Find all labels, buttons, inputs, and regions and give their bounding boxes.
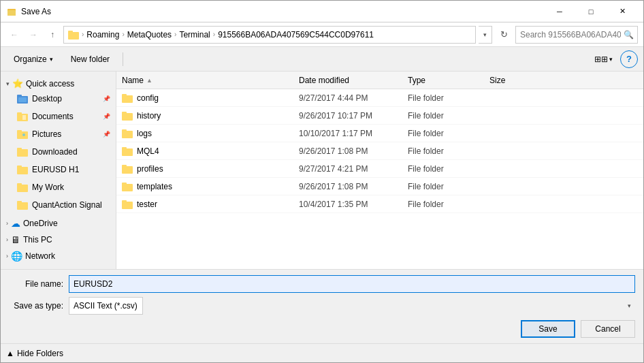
- onedrive-item[interactable]: › ☁ OneDrive: [1, 214, 116, 230]
- dialog-title: Save As: [21, 7, 544, 16]
- pictures-folder-icon: [17, 129, 28, 140]
- back-button[interactable]: ←: [6, 27, 22, 43]
- row-folder-icon: [122, 199, 133, 210]
- table-row[interactable]: templates 9/26/2017 1:08 PM File folder: [116, 178, 643, 195]
- col-header-type[interactable]: Type: [408, 76, 489, 85]
- cancel-button[interactable]: Cancel: [581, 320, 635, 338]
- file-name-cell: tester: [122, 199, 299, 210]
- sidebar-item-eurusd[interactable]: EURUSD H1: [1, 161, 116, 178]
- col-header-name[interactable]: Name ▲: [122, 76, 299, 85]
- file-name-cell: MQL4: [122, 146, 299, 157]
- svg-rect-20: [17, 201, 22, 204]
- window-controls: ─ □ ✕: [544, 1, 638, 22]
- sidebar-item-label: EURUSD H1: [32, 165, 79, 174]
- action-buttons: Save Cancel: [9, 320, 635, 338]
- file-type-cell: File folder: [408, 129, 489, 138]
- main-content: ▾ ⭐ Quick access Desktop 📌 Do: [1, 72, 643, 269]
- sidebar-item-desktop[interactable]: Desktop 📌: [1, 90, 116, 108]
- svg-rect-11: [17, 130, 22, 133]
- file-date-cell: 9/26/2017 1:08 PM: [299, 182, 408, 191]
- file-date-cell: 10/10/2017 1:17 PM: [299, 129, 408, 138]
- address-path[interactable]: › Roaming › MetaQuotes › Terminal › 9155…: [63, 26, 476, 44]
- close-button[interactable]: ✕: [607, 1, 638, 22]
- path-roaming: Roaming: [86, 30, 119, 40]
- table-row[interactable]: MQL4 9/26/2017 1:08 PM File folder: [116, 142, 643, 160]
- path-metaquotes: MetaQuotes: [127, 30, 172, 40]
- thispc-label: This PC: [23, 235, 52, 244]
- file-date-cell: 9/26/2017 1:08 PM: [299, 146, 408, 156]
- thispc-item[interactable]: › 🖥 This PC: [1, 230, 116, 247]
- toolbar: Organize ▾ New folder ⊞⊞ ▾ ?: [1, 47, 643, 72]
- hide-folders-bar: ▲ Hide Folders: [1, 343, 643, 362]
- hide-folders-button[interactable]: ▲ Hide Folders: [6, 349, 63, 358]
- table-row[interactable]: config 9/27/2017 4:44 PM File folder: [116, 89, 643, 107]
- help-button[interactable]: ?: [620, 50, 638, 68]
- search-input[interactable]: [515, 26, 638, 44]
- svg-rect-28: [122, 147, 127, 150]
- svg-rect-8: [17, 112, 22, 115]
- sidebar-item-pictures[interactable]: Pictures 📌: [1, 125, 116, 143]
- file-name-input[interactable]: [69, 275, 635, 293]
- quick-access-header[interactable]: ▾ ⭐ Quick access: [1, 74, 116, 90]
- sidebar: ▾ ⭐ Quick access Desktop 📌 Do: [1, 72, 116, 269]
- search-wrapper: 🔍: [515, 26, 638, 44]
- svg-rect-5: [17, 95, 22, 97]
- file-type-cell: File folder: [408, 200, 489, 209]
- col-header-size[interactable]: Size: [489, 76, 544, 85]
- sidebar-item-documents[interactable]: Documents 📌: [1, 108, 116, 125]
- file-type-row: Save as type: ASCII Text (*.csv) ▾: [9, 297, 635, 315]
- mywork-folder-icon: [17, 182, 28, 193]
- pin-icon: 📌: [103, 113, 110, 120]
- file-date-cell: 9/26/2017 10:17 PM: [299, 111, 408, 121]
- file-type-select[interactable]: ASCII Text (*.csv): [69, 297, 143, 315]
- address-dropdown-arrow[interactable]: ▾: [479, 26, 492, 44]
- table-row[interactable]: history 9/26/2017 10:17 PM File folder: [116, 107, 643, 125]
- eurusd-folder-icon: [17, 164, 28, 175]
- table-row[interactable]: tester 10/4/2017 1:35 PM File folder: [116, 195, 643, 213]
- svg-marker-9: [22, 115, 26, 120]
- sidebar-item-label: Downloaded: [32, 147, 78, 157]
- refresh-button[interactable]: ↻: [495, 26, 513, 44]
- sidebar-item-downloaded[interactable]: Downloaded: [1, 143, 116, 161]
- bottom-bar: File name: Save as type: ASCII Text (*.c…: [1, 269, 643, 343]
- file-type-cell: File folder: [408, 93, 489, 103]
- svg-rect-34: [122, 200, 127, 203]
- file-type-select-wrapper: ASCII Text (*.csv) ▾: [69, 297, 635, 315]
- toolbar-separator: [123, 52, 123, 66]
- new-folder-button[interactable]: New folder: [63, 50, 117, 68]
- sidebar-item-quantaction[interactable]: QuantAction Signal: [1, 196, 116, 214]
- row-folder-icon: [122, 128, 133, 139]
- col-header-date[interactable]: Date modified: [299, 76, 408, 85]
- view-button[interactable]: ⊞⊞ ▾: [590, 50, 617, 68]
- svg-rect-3: [68, 31, 73, 33]
- desktop-folder-icon: [17, 93, 28, 104]
- row-folder-icon: [122, 181, 133, 192]
- documents-folder-icon: [17, 111, 28, 122]
- file-type-cell: File folder: [408, 111, 489, 121]
- up-button[interactable]: ↑: [44, 27, 61, 43]
- address-bar: ← → ↑ › Roaming › MetaQuotes › Terminal …: [1, 22, 643, 47]
- file-type-cell: File folder: [408, 164, 489, 174]
- file-name-cell: config: [122, 93, 299, 104]
- save-button[interactable]: Save: [521, 320, 575, 338]
- maximize-button[interactable]: □: [575, 1, 607, 22]
- file-date-cell: 10/4/2017 1:35 PM: [299, 200, 408, 209]
- sidebar-item-label: My Work: [32, 183, 64, 192]
- file-type-cell: File folder: [408, 146, 489, 156]
- network-item[interactable]: › 🌐 Network: [1, 247, 116, 263]
- quantaction-folder-icon: [17, 200, 28, 210]
- sidebar-item-mywork[interactable]: My Work: [1, 178, 116, 196]
- row-folder-icon: [122, 93, 133, 104]
- organize-button[interactable]: Organize ▾: [6, 50, 61, 68]
- table-row[interactable]: profiles 9/27/2017 4:21 PM File folder: [116, 160, 643, 178]
- table-row[interactable]: logs 10/10/2017 1:17 PM File folder: [116, 125, 643, 142]
- minimize-button[interactable]: ─: [544, 1, 575, 22]
- file-date-cell: 9/27/2017 4:44 PM: [299, 93, 408, 103]
- network-icon: 🌐: [11, 251, 22, 262]
- svg-rect-18: [17, 183, 22, 186]
- row-folder-icon: [122, 110, 133, 121]
- folder-small-icon: [68, 29, 79, 40]
- sidebar-item-label: QuantAction Signal: [32, 200, 102, 210]
- save-as-type-label: Save as type:: [9, 301, 63, 311]
- forward-button[interactable]: →: [25, 27, 42, 43]
